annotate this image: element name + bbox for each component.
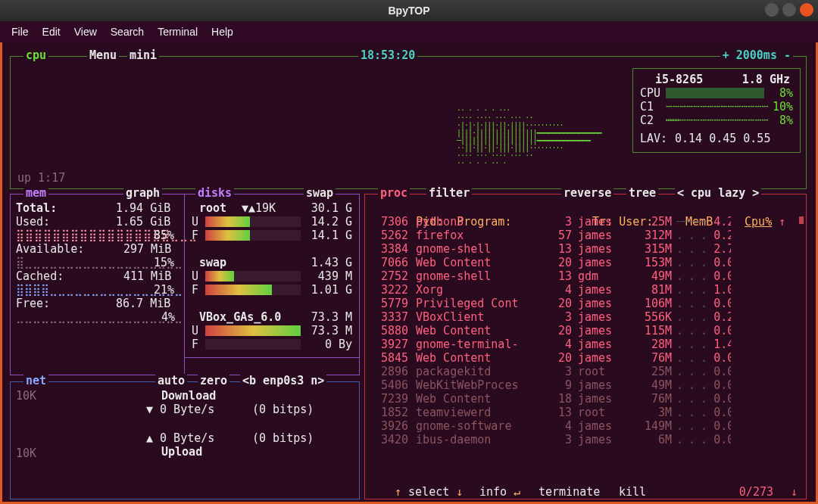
uptime: up 1:17 bbox=[17, 171, 65, 185]
window-minimize-button[interactable] bbox=[765, 3, 779, 17]
graph-hint[interactable]: graph bbox=[123, 186, 162, 200]
mem-used-label: Used: bbox=[16, 215, 50, 229]
cpu-core-label: C2 bbox=[640, 114, 654, 127]
cpu-total-label: CPU bbox=[640, 86, 660, 100]
net-scale-top: 10K bbox=[16, 389, 36, 403]
menu-edit[interactable]: Edit bbox=[36, 23, 67, 41]
proc-row[interactable]: 7306python33james25M┄┄┄┄┄ 4.2 bbox=[375, 215, 796, 229]
disk-root-total: 30.1 G bbox=[311, 201, 352, 215]
proc-filter-hint[interactable]: filter bbox=[426, 186, 472, 200]
proc-row[interactable]: 3926gnome-software4james149M. . . 0.0 bbox=[375, 419, 796, 433]
cpu-box: cpu Menu mini 18:53:20 + 2000ms - ·· · ·… bbox=[10, 56, 807, 189]
menubar: FileEditViewSearchTerminalHelp bbox=[0, 21, 818, 42]
proc-hint-select[interactable]: select bbox=[408, 485, 449, 499]
proc-row[interactable]: 3384gnome-shell13james315M. . . 2.7 bbox=[375, 242, 796, 256]
menu-view[interactable]: View bbox=[67, 23, 104, 41]
proc-row[interactable]: 2752gnome-shell13gdm49M. . . 0.0 bbox=[375, 269, 796, 283]
mem-avail-label: Available: bbox=[16, 242, 84, 256]
mini-hint[interactable]: mini bbox=[127, 48, 159, 62]
net-upload-label: Upload bbox=[161, 445, 202, 459]
disk-vbox-u: 73.3 M bbox=[311, 324, 352, 338]
window-titlebar: BpyTOP bbox=[0, 0, 818, 21]
proc-scrollbar[interactable] bbox=[799, 216, 804, 224]
disk-swap-u: 439 M bbox=[318, 269, 352, 283]
net-zero-hint[interactable]: zero bbox=[198, 374, 229, 387]
lav-values: 0.14 0.45 0.55 bbox=[675, 132, 770, 145]
cpu-total-pct: 8% bbox=[779, 86, 793, 100]
terminal-body: cpu Menu mini 18:53:20 + 2000ms - ·· · ·… bbox=[0, 42, 818, 504]
mem-used-pct: 85% bbox=[154, 229, 174, 242]
mem-total-label: Total: bbox=[16, 201, 57, 215]
proc-reverse-hint[interactable]: reverse bbox=[561, 186, 614, 200]
mem-avail-pct: 15% bbox=[154, 256, 174, 269]
menu-file[interactable]: File bbox=[5, 23, 36, 41]
proc-row[interactable]: 3337VBoxClient3james556K. . . 0.2 bbox=[375, 310, 796, 324]
clock: 18:53:20 bbox=[358, 48, 417, 62]
mem-cached-pct: 21% bbox=[154, 283, 174, 297]
proc-box: proc filter reverse tree < cpu lazy > Pi… bbox=[364, 194, 807, 499]
disk-swap-name: swap bbox=[199, 256, 226, 269]
net-upload-rate: ▲ 0 Byte/s bbox=[146, 431, 214, 445]
proc-row[interactable]: 7239Web Content18james76M. . . 0.0 bbox=[375, 392, 796, 406]
proc-row[interactable]: 5406WebKitWebProces9james49M. . . 0.0 bbox=[375, 378, 796, 392]
mem-used: 1.65 GiB bbox=[116, 215, 170, 229]
net-download-bits: (0 bitps) bbox=[252, 403, 314, 416]
proc-hint-info[interactable]: info bbox=[479, 485, 507, 499]
menu-search[interactable]: Search bbox=[104, 23, 151, 41]
net-scale-bottom: 10K bbox=[16, 446, 36, 460]
proc-row[interactable]: 3420ibus-daemon3james6M. . . 0.0 bbox=[375, 433, 796, 446]
proc-hint-terminate[interactable]: terminate bbox=[539, 485, 600, 499]
disk-swap-f: 1.01 G bbox=[311, 283, 352, 297]
cpu-box-label: cpu bbox=[23, 48, 48, 62]
cpu-freq: 1.8 GHz bbox=[742, 73, 790, 86]
mem-avail: 297 MiB bbox=[123, 242, 171, 256]
cpu-info-box: i5-8265 1.8 GHz CPU 8% C1 ┄┄┄┄┄┄┄┄┄┄┄┄┄┄… bbox=[632, 68, 801, 153]
net-download-rate: ▼ 0 Byte/s bbox=[146, 403, 214, 416]
proc-row[interactable]: 3222Xorg4james81M. . . 1.0 bbox=[375, 283, 796, 297]
proc-row[interactable]: 2896packagekitd3root25M. . . 0.0 bbox=[375, 365, 796, 378]
mem-total: 1.94 GiB bbox=[116, 201, 170, 215]
proc-row[interactable]: 5880Web Content20james115M. . . 0.0 bbox=[375, 324, 796, 338]
cpu-graph: ·· · · · · ··· ···· ···· ··· ··· ·· ·|·|… bbox=[457, 104, 601, 169]
net-box: net auto zero <b enp0s3 n> 10K Download … bbox=[10, 381, 360, 499]
window-close-button[interactable] bbox=[800, 3, 813, 17]
net-iface[interactable]: <b enp0s3 n> bbox=[240, 374, 326, 387]
proc-sort-control[interactable]: < cpu lazy > bbox=[675, 186, 761, 200]
mem-free-label: Free: bbox=[16, 297, 50, 310]
menu-hint[interactable]: Menu bbox=[87, 48, 119, 62]
proc-row[interactable]: 5845Web Content20james76M. . . 0.0 bbox=[375, 351, 796, 365]
window-maximize-button[interactable] bbox=[782, 3, 796, 17]
disk-vbox-total: 73.3 M bbox=[311, 310, 352, 324]
cpu-core-label: C1 bbox=[640, 100, 654, 114]
refresh-control[interactable]: + 2000ms - bbox=[720, 48, 793, 62]
window-title: BpyTOP bbox=[389, 5, 430, 17]
proc-box-label: proc bbox=[378, 186, 410, 200]
cpu-model: i5-8265 bbox=[655, 73, 703, 86]
proc-tree-hint[interactable]: tree bbox=[626, 186, 658, 200]
net-box-label: net bbox=[23, 374, 48, 387]
proc-row[interactable]: 5262firefox57james312M. . . 0.2 bbox=[375, 229, 796, 242]
disk-vbox-name: VBox_GAs_6.0 bbox=[199, 310, 281, 324]
menu-terminal[interactable]: Terminal bbox=[151, 23, 204, 41]
disk-root-io: ▼▲19K bbox=[242, 201, 276, 215]
proc-row[interactable]: 5779Privileged Cont20james106M. . . 0.0 bbox=[375, 297, 796, 310]
cpu-core-pct: 8% bbox=[779, 114, 793, 127]
proc-row[interactable]: 7066Web Content20james153M. . . 0.0 bbox=[375, 256, 796, 269]
net-auto-hint[interactable]: auto bbox=[155, 374, 187, 387]
proc-hint-kill[interactable]: kill bbox=[619, 485, 646, 499]
disk-swap-total: 1.43 G bbox=[311, 256, 352, 269]
swap-hint[interactable]: swap bbox=[304, 186, 336, 200]
mem-cached: 411 MiB bbox=[123, 269, 171, 283]
menu-help[interactable]: Help bbox=[204, 23, 240, 41]
net-download-label: Download bbox=[161, 389, 216, 403]
proc-position: 0/273 bbox=[739, 485, 773, 499]
mem-box: mem graph disks swap Total: 1.94 GiB Use… bbox=[10, 194, 360, 375]
mem-box-label: mem bbox=[23, 186, 48, 200]
disk-vbox-f: 0 By bbox=[325, 338, 352, 351]
disk-root-f: 14.1 G bbox=[311, 229, 352, 242]
net-upload-bits: (0 bitps) bbox=[252, 431, 314, 445]
proc-row[interactable]: 1852teamviewerd13root3M. . . 0.0 bbox=[375, 406, 796, 419]
mem-free-pct: 4% bbox=[161, 310, 175, 324]
proc-row[interactable]: 3927gnome-terminal-4james28M. . . 1.4 bbox=[375, 338, 796, 351]
cpu-core-pct: 10% bbox=[773, 100, 793, 114]
